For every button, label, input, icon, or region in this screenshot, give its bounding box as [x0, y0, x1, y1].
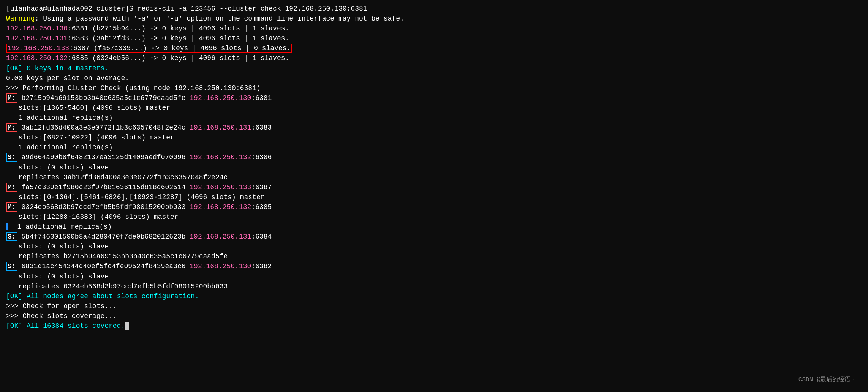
line-slots1: slots:[1365-5460] (4096 slots) master: [6, 103, 862, 113]
line-check-coverage: >>> Check slots coverage...: [6, 311, 862, 321]
line-performing: >>> Performing Cluster Check (using node…: [6, 83, 862, 93]
line-ok1: [OK] 0 keys in 4 masters.: [6, 63, 862, 73]
line-s1: S: a9d664a90b8f6482137ea3125d1409aedf070…: [6, 152, 862, 162]
line-replica2: 1 additional replica(s): [6, 142, 862, 152]
line-m4: M: 0324eb568d3b97ccd7efb5b5fdf08015200bb…: [6, 202, 862, 212]
line-slots5: slots:[12288-16383] (4096 slots) master: [6, 212, 862, 222]
line-ok2: [OK] All nodes agree about slots configu…: [6, 291, 862, 301]
cursor: [125, 322, 129, 330]
line-node3-boxed: 192.168.250.133:6387 (fa57c339...) -> 0 …: [6, 43, 862, 53]
line-slots3: slots: (0 slots) slave: [6, 163, 862, 172]
line-node1: 192.168.250.130:6381 (b2715b94...) -> 0 …: [6, 24, 862, 33]
line-replica1: 1 additional replica(s): [6, 113, 862, 123]
line-m2: M: 3ab12fd36d400a3e3e0772f1b3c6357048f2e…: [6, 123, 862, 133]
line-replicates3: replicates 0324eb568d3b97ccd7efb5b5fdf08…: [6, 281, 862, 291]
line-m1: M: b2715b94a69153bb3b40c635a5c1c6779caad…: [6, 93, 862, 103]
line-s2: S: 5b4f746301590b8a4d280470f7de9b6820126…: [6, 232, 862, 242]
line-warning: Warning: Using a password with '-a' or '…: [6, 14, 862, 24]
terminal-window: [ulanhada@ulanhada002 cluster]$ redis-cl…: [6, 4, 862, 388]
line-keys-avg: 0.00 keys per slot on average.: [6, 73, 862, 83]
line-check-open: >>> Check for open slots...: [6, 301, 862, 311]
line-replica3-blue: 1 additional replica(s): [6, 222, 862, 232]
line-slots7: slots: (0 slots) slave: [6, 272, 862, 281]
line-node2: 192.168.250.131:6383 (3ab12fd3...) -> 0 …: [6, 33, 862, 43]
line-slots6: slots: (0 slots) slave: [6, 242, 862, 251]
line-s3: S: 6831d1ac454344d40ef5fc4fe09524f8439ea…: [6, 261, 862, 271]
line-slots2: slots:[6827-10922] (4096 slots) master: [6, 133, 862, 142]
line-replicates2: replicates b2715b94a69153bb3b40c635a5c1c…: [6, 251, 862, 261]
watermark: CSDN @最后的经语~: [798, 376, 854, 384]
line-ok3: [OK] All 16384 slots covered.: [6, 321, 862, 331]
line-slots4: slots:[0-1364],[5461-6826],[10923-12287]…: [6, 192, 862, 202]
line-node4: 192.168.250.132:6385 (0324eb56...) -> 0 …: [6, 53, 862, 63]
line-prompt: [ulanhada@ulanhada002 cluster]$ redis-cl…: [6, 4, 862, 14]
line-replicates1: replicates 3ab12fd36d400a3e3e0772f1b3c63…: [6, 172, 862, 182]
line-m3: M: fa57c339e1f980c23f97b81636115d818d602…: [6, 182, 862, 192]
